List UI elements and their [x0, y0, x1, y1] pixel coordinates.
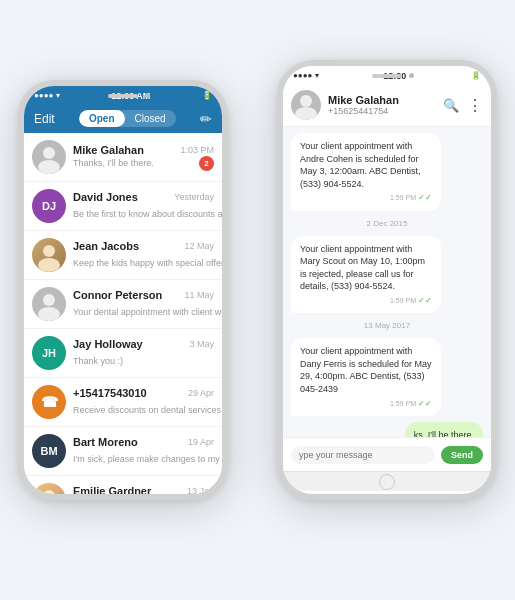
message-input[interactable] — [291, 446, 435, 464]
chat-preview: Thanks, I'll be there. — [73, 158, 154, 168]
svg-point-1 — [38, 160, 60, 174]
phone-left: ●●●● ▾ 12:00 AM 🔋 Edit Open Closed ✏ — [18, 80, 228, 500]
chat-item-phone-number[interactable]: ☎ +15417543010 29 Apr Receive discounts … — [24, 378, 222, 427]
status-bar-left-battery: 🔋 — [202, 91, 212, 100]
compose-button[interactable]: ✏ — [200, 111, 212, 127]
messages-area: Your client appointment with Andre Cohen… — [283, 127, 491, 437]
avatar-bart-moreno: BM — [32, 434, 66, 468]
tab-open[interactable]: Open — [79, 110, 125, 127]
phone-speaker — [108, 94, 138, 98]
chat-item-connor-peterson[interactable]: Connor Peterson 11 May Your dental appoi… — [24, 280, 222, 329]
chat-list: Mike Galahan 1:03 PM Thanks, I'll be the… — [24, 133, 222, 500]
svg-point-3 — [38, 258, 60, 272]
status-bar-left-signal: ●●●● ▾ — [34, 91, 60, 100]
phone-camera — [145, 93, 150, 98]
search-icon[interactable]: 🔍 — [443, 98, 459, 113]
avatar-emilie-gardner — [32, 483, 66, 500]
unread-badge: 2 — [199, 156, 214, 171]
chat-item-emilie-gardner[interactable]: Emilie Gardner 13 Jan Hello Emilie. Your… — [24, 476, 222, 500]
avatar-chat-header — [291, 90, 321, 120]
phone-right: ●●●● ▾ 12:30 🔋 Mike Galahan +15625441754… — [277, 60, 497, 500]
svg-point-9 — [295, 107, 317, 120]
chat-time: 1:03 PM — [180, 145, 214, 155]
svg-point-5 — [38, 307, 60, 321]
svg-point-4 — [43, 294, 55, 306]
send-button[interactable]: Send — [441, 446, 483, 464]
avatar-jay-holloway: JH — [32, 336, 66, 370]
message-4-sent: ks, I'll be there. 1:29 PM ✓✓ — [405, 422, 483, 437]
avatar-phone-number: ☎ — [32, 385, 66, 419]
message-input-bar: Send — [283, 437, 491, 471]
avatar-jean-jacobs — [32, 238, 66, 272]
phones-container: ●●●● ▾ 12:00 AM 🔋 Edit Open Closed ✏ — [0, 0, 515, 600]
chat-info-mike-galahan: Mike Galahan 1:03 PM Thanks, I'll be the… — [73, 144, 214, 171]
chat-header-name: Mike Galahan — [328, 94, 436, 106]
phone-speaker-right — [372, 74, 402, 78]
date-divider-2: 13 May 2017 — [291, 321, 483, 330]
date-divider-1: 2 Dec 2015 — [291, 219, 483, 228]
phone-camera-right — [409, 73, 414, 78]
chat-item-jay-holloway[interactable]: JH Jay Holloway 3 May Thank you :) — [24, 329, 222, 378]
home-button-right[interactable] — [283, 471, 491, 491]
header-bar-left: Edit Open Closed ✏ — [24, 104, 222, 133]
svg-point-0 — [43, 147, 55, 159]
edit-button[interactable]: Edit — [34, 112, 55, 126]
more-options-icon[interactable]: ⋮ — [467, 96, 483, 115]
avatar-mike-galahan — [32, 140, 66, 174]
tab-closed[interactable]: Closed — [125, 110, 176, 127]
svg-point-8 — [300, 95, 312, 107]
svg-point-6 — [43, 490, 55, 500]
chat-item-bart-moreno[interactable]: BM Bart Moreno 19 Apr I'm sick, please m… — [24, 427, 222, 476]
message-2: Your client appointment with Mary Scout … — [291, 236, 441, 314]
chat-header-number: +15625441754 — [328, 106, 436, 116]
chat-item-david-jones[interactable]: DJ David Jones Yesterday Be the first to… — [24, 182, 222, 231]
message-3: Your client appointment with Dany Ferris… — [291, 338, 441, 416]
message-1: Your client appointment with Andre Cohen… — [291, 133, 441, 211]
chat-item-mike-galahan[interactable]: Mike Galahan 1:03 PM Thanks, I'll be the… — [24, 133, 222, 182]
avatar-connor-peterson — [32, 287, 66, 321]
chat-header: Mike Galahan +15625441754 🔍 ⋮ — [283, 84, 491, 127]
header-tabs: Open Closed — [79, 110, 176, 127]
chat-name: Mike Galahan — [73, 144, 144, 156]
chat-item-jean-jacobs[interactable]: Jean Jacobs 12 May Keep the kids happy w… — [24, 231, 222, 280]
chat-info-david-jones: David Jones Yesterday Be the first to kn… — [73, 191, 214, 221]
svg-point-2 — [43, 245, 55, 257]
avatar-david-jones: DJ — [32, 189, 66, 223]
